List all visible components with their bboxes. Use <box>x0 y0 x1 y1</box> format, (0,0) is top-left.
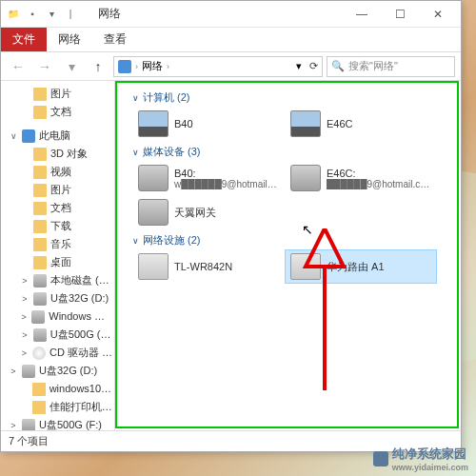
media-icon <box>138 199 169 226</box>
item-name: 天翼网关 <box>174 206 216 220</box>
tree-item[interactable]: >本地磁盘 (C:) <box>1 271 114 289</box>
search-input[interactable]: 🔍 搜索"网络" <box>327 56 455 77</box>
qat-item[interactable]: ▪ <box>24 6 41 23</box>
disk-icon <box>33 328 47 342</box>
tree-item[interactable]: ∨此电脑 <box>1 127 114 145</box>
tree-item[interactable]: 音乐 <box>1 235 114 253</box>
up-button[interactable]: ↑ <box>87 55 109 78</box>
breadcrumb-sep-icon: › <box>135 62 138 71</box>
tree-label: U盘32G (D:) <box>50 291 109 306</box>
status-text: 7 个项目 <box>9 434 49 448</box>
group-header[interactable]: ∨网络设施 (2) <box>119 229 457 249</box>
back-button[interactable]: ← <box>7 55 30 78</box>
network-item[interactable]: 华为路由 A1 <box>285 249 437 284</box>
tree-item[interactable]: >U盘32G (D:) <box>1 289 114 307</box>
app-icon: 📁 <box>5 6 22 23</box>
tree-item[interactable]: >U盘500G (F:) <box>1 326 114 344</box>
tree-item[interactable]: 文档 <box>1 103 114 121</box>
computer-icon <box>290 110 321 137</box>
tree-label: 下载 <box>50 219 71 233</box>
watermark-text: 纯净系统家园 <box>392 446 468 463</box>
tree-item[interactable]: >CD 驱动器 (G:) <box>1 344 114 362</box>
media-icon <box>290 165 321 191</box>
tree-item[interactable]: 下载 <box>1 217 114 235</box>
tree-item[interactable]: 图片 <box>1 85 114 103</box>
expand-icon[interactable]: > <box>20 312 28 322</box>
item-name: E46C: <box>327 168 429 179</box>
tree-label: U盘500G (F:) <box>39 418 102 430</box>
tree-item[interactable]: 3D 对象 <box>1 145 114 163</box>
item-name: TL-WR842N <box>174 261 232 272</box>
expand-icon[interactable]: > <box>20 294 30 304</box>
window-body: 图片文档∨此电脑3D 对象视频图片文档下载音乐桌面>本地磁盘 (C:)>U盘32… <box>1 81 461 430</box>
history-dropdown-icon[interactable]: ▾ <box>60 55 83 78</box>
folder-icon <box>33 202 47 215</box>
content-pane[interactable]: ∨计算机 (2)B40E46C∨媒体设备 (3)B40:w██████9@hot… <box>115 81 461 430</box>
tree-label: 图片 <box>50 87 71 101</box>
chevron-down-icon[interactable]: ∨ <box>132 93 139 103</box>
thispc-icon <box>22 129 35 143</box>
network-item[interactable]: E46C:██████9@hotmail.c… <box>285 161 437 195</box>
tree-item[interactable]: >Windows 系统… <box>1 307 114 326</box>
expand-icon[interactable]: > <box>20 330 30 340</box>
breadcrumb-current[interactable]: 网络 <box>142 59 163 73</box>
expand-icon[interactable]: > <box>20 348 29 358</box>
mouse-cursor-icon: ↖ <box>302 222 313 237</box>
tree-label: 佳能打印机驱动 <box>50 400 112 414</box>
qat-separator: | <box>62 6 79 23</box>
tree-item[interactable]: 佳能打印机驱动 <box>1 398 114 416</box>
tree-item[interactable]: 桌面 <box>1 253 114 271</box>
expand-icon[interactable]: > <box>9 367 18 376</box>
group-header[interactable]: ∨媒体设备 (3) <box>119 141 457 161</box>
tree-item[interactable]: 图片 <box>1 181 114 199</box>
breadcrumb-sep-icon: › <box>167 62 169 71</box>
breadcrumb[interactable]: › 网络 › ▾ ⟳ <box>113 56 323 77</box>
nav-tree[interactable]: 图片文档∨此电脑3D 对象视频图片文档下载音乐桌面>本地磁盘 (C:)>U盘32… <box>1 81 115 430</box>
disk-icon <box>22 419 35 431</box>
expand-icon[interactable]: > <box>20 276 30 286</box>
network-item[interactable]: TL-WR842N <box>132 249 285 284</box>
tree-item[interactable]: >U盘500G (F:) <box>1 416 114 430</box>
network-item[interactable]: 天翼网关 <box>132 195 285 229</box>
minimize-button[interactable]: — <box>343 3 381 26</box>
item-name: B40 <box>174 118 193 129</box>
network-item[interactable]: B40:w██████9@hotmail.c… <box>132 161 285 195</box>
chevron-down-icon[interactable]: ∨ <box>132 148 139 157</box>
disk-icon <box>33 292 47 306</box>
ribbon-tabs: 文件 网络 查看 <box>1 28 461 52</box>
forward-button[interactable]: → <box>33 55 56 78</box>
tab-file[interactable]: 文件 <box>1 28 47 51</box>
disk-icon <box>31 310 45 324</box>
tree-item[interactable]: 视频 <box>1 163 114 181</box>
tree-item[interactable]: 文档 <box>1 199 114 217</box>
tree-item[interactable]: windows10安装 <box>1 380 114 398</box>
breadcrumb-dropdown-icon[interactable]: ▾ <box>296 60 302 72</box>
network-item[interactable]: B40 <box>132 107 285 141</box>
refresh-button[interactable]: ⟳ <box>309 60 318 72</box>
nav-toolbar: ← → ▾ ↑ › 网络 › ▾ ⟳ 🔍 搜索"网络" <box>1 52 461 81</box>
tree-label: 本地磁盘 (C:) <box>50 273 112 288</box>
search-icon: 🔍 <box>331 60 345 72</box>
close-button[interactable]: ✕ <box>419 3 457 26</box>
tab-view[interactable]: 查看 <box>92 28 138 51</box>
expand-icon[interactable]: ∨ <box>9 131 18 141</box>
group-title: 媒体设备 (3) <box>143 145 201 159</box>
group-header[interactable]: ∨计算机 (2) <box>119 87 457 107</box>
quick-access-toolbar: 📁 ▪ ▾ | <box>5 6 79 23</box>
network-item[interactable]: E46C <box>285 107 437 141</box>
qat-dropdown-icon[interactable]: ▾ <box>43 6 60 23</box>
tree-label: 此电脑 <box>39 129 70 143</box>
tab-network[interactable]: 网络 <box>47 28 92 51</box>
titlebar[interactable]: 📁 ▪ ▾ | 网络 — ☐ ✕ <box>1 1 461 28</box>
maximize-button[interactable]: ☐ <box>381 3 419 26</box>
tree-label: windows10安装 <box>50 382 112 396</box>
tree-item[interactable]: >U盘32G (D:) <box>1 362 114 380</box>
chevron-down-icon[interactable]: ∨ <box>132 236 139 246</box>
item-detail: ██████9@hotmail.c… <box>327 179 429 189</box>
tree-label: 桌面 <box>50 255 71 269</box>
tree-label: 图片 <box>50 183 71 197</box>
expand-icon[interactable]: > <box>9 421 18 430</box>
folder-icon <box>33 148 47 161</box>
folder-icon <box>33 106 47 119</box>
cd-icon <box>32 347 46 360</box>
